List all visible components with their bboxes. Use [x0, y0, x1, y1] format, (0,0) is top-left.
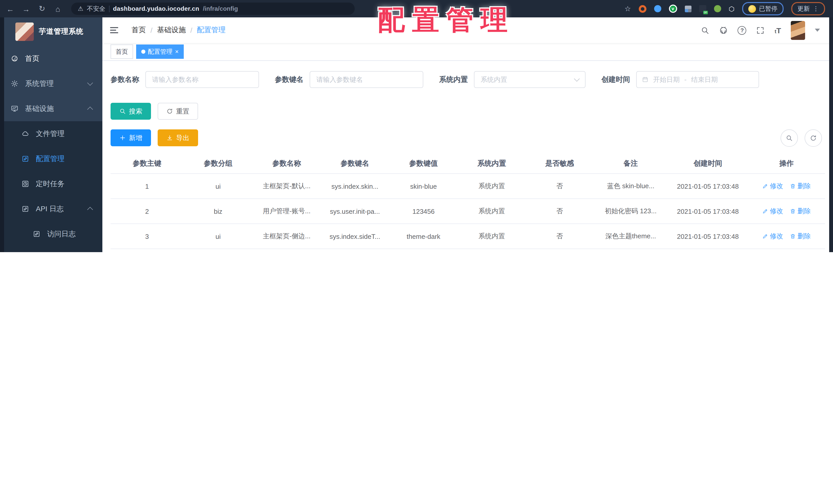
app-logo-row[interactable]: 芋道管理系统 — [0, 17, 102, 46]
update-button[interactable]: 更新 ⋮ — [791, 2, 825, 15]
sidebar-item-api-log[interactable]: API 日志 — [0, 196, 102, 222]
user-avatar[interactable] — [791, 21, 805, 40]
help-icon[interactable]: ? — [738, 26, 746, 34]
annotation-overlay-title: 配置管理 — [378, 2, 515, 39]
extension-grid-icon[interactable] — [685, 5, 691, 12]
app-logo-image — [15, 23, 34, 41]
refresh-icon — [810, 134, 817, 142]
delete-link[interactable]: 删除 — [790, 207, 811, 216]
search-icon — [786, 134, 793, 142]
edit-link[interactable]: 修改 — [762, 232, 783, 241]
browser-home-icon[interactable]: ⌂ — [52, 4, 64, 13]
add-button[interactable]: 新增 — [111, 129, 151, 146]
pencil-icon — [762, 233, 768, 240]
gear-icon — [11, 80, 19, 87]
monitor-icon — [11, 105, 19, 112]
cloud-icon — [22, 130, 29, 137]
table-header-row: 参数主键 参数分组 参数名称 参数键名 参数键值 系统内置 是否敏感 备注 创建… — [111, 154, 825, 174]
edit-square-icon — [22, 155, 29, 162]
param-name-label: 参数名称 — [111, 75, 139, 84]
browser-menu-dots-icon[interactable]: ⋮ — [813, 5, 819, 12]
search-icon — [119, 108, 126, 115]
browser-back-icon[interactable]: ← — [4, 4, 16, 13]
trash-icon — [790, 208, 796, 214]
refresh-table-button[interactable] — [805, 129, 822, 147]
delete-link[interactable]: 删除 — [790, 181, 811, 191]
col-header: 参数键名 — [321, 154, 389, 174]
app-title: 芋道管理系统 — [39, 27, 84, 36]
tab-home[interactable]: 首页 — [111, 45, 133, 59]
col-header: 参数名称 — [253, 154, 321, 174]
breadcrumb-home[interactable]: 首页 — [132, 26, 146, 35]
edit-square-icon — [22, 205, 29, 213]
browser-extensions: ☆ v ⬡ 已暂停 更新 ⋮ — [624, 2, 828, 15]
extension-green-icon[interactable]: v — [669, 5, 677, 13]
breadcrumb-infrastructure[interactable]: 基础设施 — [157, 26, 186, 35]
col-header: 操作 — [748, 154, 825, 174]
col-header: 备注 — [593, 154, 668, 174]
reset-button[interactable]: 重置 — [158, 103, 198, 120]
chevron-down-icon — [87, 80, 93, 86]
search-button[interactable]: 搜索 — [111, 103, 151, 120]
screen: ← → ↻ ⌂ ⚠ 不安全 dashboard.yudao.iocoder.cn… — [0, 0, 833, 252]
table-row: 1ui 主框架页-默认...sys.index.skin... skin-blu… — [111, 174, 825, 199]
col-header: 是否敏感 — [526, 154, 593, 174]
sidebar-collapse-icon[interactable] — [110, 27, 118, 33]
toggle-search-button[interactable] — [781, 129, 798, 147]
builtin-select[interactable]: 系统内置 — [474, 71, 586, 88]
bookmark-star-icon[interactable]: ☆ — [624, 5, 631, 13]
browser-forward-icon[interactable]: → — [20, 4, 32, 13]
create-time-range-picker[interactable]: 开始日期 - 结束日期 — [636, 71, 759, 88]
breadcrumb-current: 配置管理 — [197, 26, 226, 35]
edit-link[interactable]: 修改 — [762, 181, 783, 191]
param-name-input[interactable] — [145, 71, 259, 88]
sidebar-item-system-mgmt[interactable]: 系统管理 — [0, 71, 102, 96]
extensions-puzzle-icon[interactable]: ⬡ — [729, 5, 735, 12]
col-header: 参数分组 — [184, 154, 253, 174]
edit-link[interactable]: 修改 — [762, 207, 783, 216]
sidebar-item-infrastructure[interactable]: 基础设施 — [0, 96, 102, 121]
chevron-down-icon — [574, 76, 580, 82]
col-header: 参数键值 — [389, 154, 458, 174]
param-key-input[interactable] — [310, 71, 423, 88]
delete-link[interactable]: 删除 — [790, 232, 811, 241]
table-row: 3ui 主框架页-侧边...sys.index.sideT... theme-d… — [111, 224, 825, 249]
address-divider — [109, 5, 110, 12]
extension-orange-icon[interactable] — [639, 5, 646, 12]
builtin-label: 系统内置 — [439, 75, 468, 84]
sidebar-item-home[interactable]: 首页 — [0, 46, 102, 71]
tab-config-mgmt[interactable]: 配置管理 × — [136, 45, 184, 59]
github-icon[interactable] — [719, 26, 728, 34]
search-actions: 搜索 重置 — [111, 103, 825, 120]
extension-on-badge-icon[interactable] — [699, 5, 706, 12]
page-content: 参数名称 参数键名 系统内置 系统内置 — [102, 61, 833, 252]
search-icon[interactable] — [701, 26, 710, 34]
fullscreen-icon[interactable] — [756, 26, 765, 34]
plus-icon — [119, 134, 126, 141]
url-path: /infra/config — [203, 5, 238, 12]
extension-blue-icon[interactable] — [654, 5, 661, 12]
config-table: 参数主键 参数分组 参数名称 参数键名 参数键值 系统内置 是否敏感 备注 创建… — [111, 154, 825, 252]
font-size-icon[interactable]: tT — [775, 26, 781, 34]
sidebar-item-access-log[interactable]: 访问日志 — [0, 222, 102, 247]
paused-button[interactable]: 已暂停 — [742, 2, 784, 15]
create-time-label: 创建时间 — [601, 75, 630, 84]
filter-form: 参数名称 参数键名 系统内置 系统内置 — [111, 71, 825, 88]
page-scrollbar[interactable] — [829, 17, 833, 252]
sidebar-item-file-mgmt[interactable]: 文件管理 — [0, 121, 102, 146]
extension-person-icon[interactable] — [714, 5, 721, 12]
trash-icon — [790, 233, 796, 240]
table-actions: 新增 导出 — [111, 129, 825, 146]
address-bar[interactable]: ⚠ 不安全 dashboard.yudao.iocoder.cn/infra/c… — [71, 3, 355, 15]
browser-reload-icon[interactable]: ↻ — [36, 4, 48, 13]
refresh-icon — [166, 108, 173, 115]
sidebar-item-config-mgmt[interactable]: 配置管理 — [0, 146, 102, 171]
avatar-dropdown-caret-icon[interactable] — [815, 29, 820, 32]
sidebar-item-error-log[interactable]: 错误日志 — [0, 247, 102, 252]
download-icon — [166, 134, 173, 141]
sidebar-item-scheduled-tasks[interactable]: 定时任务 — [0, 171, 102, 196]
close-tab-icon[interactable]: × — [175, 49, 178, 55]
export-button[interactable]: 导出 — [158, 129, 198, 146]
dashboard-icon — [11, 55, 19, 62]
timer-icon — [22, 180, 29, 188]
